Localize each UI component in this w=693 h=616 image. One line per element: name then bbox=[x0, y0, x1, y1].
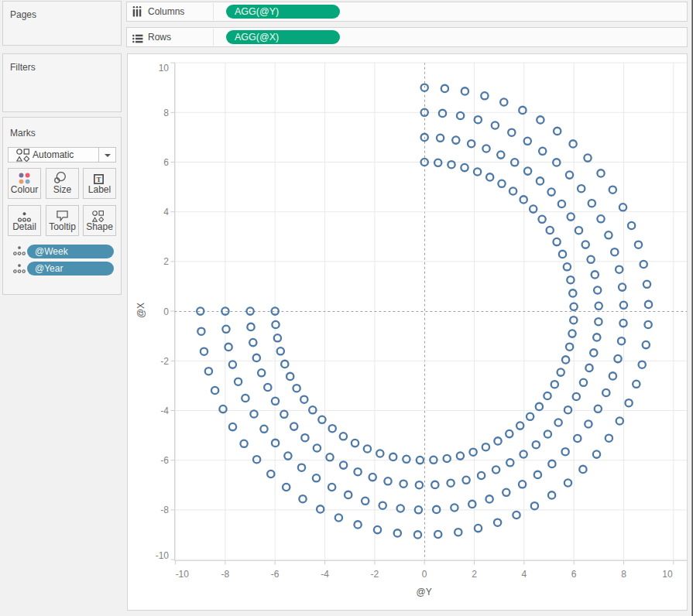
svg-text:-4: -4 bbox=[321, 569, 329, 580]
svg-text:6: 6 bbox=[163, 157, 169, 168]
svg-text:@X: @X bbox=[136, 303, 146, 318]
svg-text:@Y: @Y bbox=[417, 587, 432, 597]
svg-text:-2: -2 bbox=[371, 569, 379, 580]
svg-text:4: 4 bbox=[521, 569, 527, 580]
svg-text:10: 10 bbox=[159, 63, 170, 74]
svg-text:-8: -8 bbox=[221, 569, 230, 580]
svg-text:-6: -6 bbox=[271, 569, 280, 580]
svg-text:-2: -2 bbox=[160, 356, 169, 367]
svg-text:0: 0 bbox=[163, 306, 169, 317]
svg-text:-8: -8 bbox=[160, 505, 169, 515]
svg-text:8: 8 bbox=[621, 569, 626, 580]
svg-text:8: 8 bbox=[163, 108, 169, 118]
svg-text:T: T bbox=[96, 175, 101, 183]
svg-text:4: 4 bbox=[163, 207, 169, 217]
svg-text:6: 6 bbox=[571, 569, 577, 580]
svg-text:-6: -6 bbox=[160, 455, 169, 466]
svg-text:-10: -10 bbox=[156, 550, 170, 561]
svg-text:2: 2 bbox=[472, 569, 477, 580]
svg-text:-4: -4 bbox=[160, 406, 169, 416]
svg-text:-10: -10 bbox=[176, 569, 190, 580]
svg-text:2: 2 bbox=[163, 256, 169, 267]
svg-text:0: 0 bbox=[422, 569, 427, 580]
svg-text:10: 10 bbox=[662, 569, 673, 580]
